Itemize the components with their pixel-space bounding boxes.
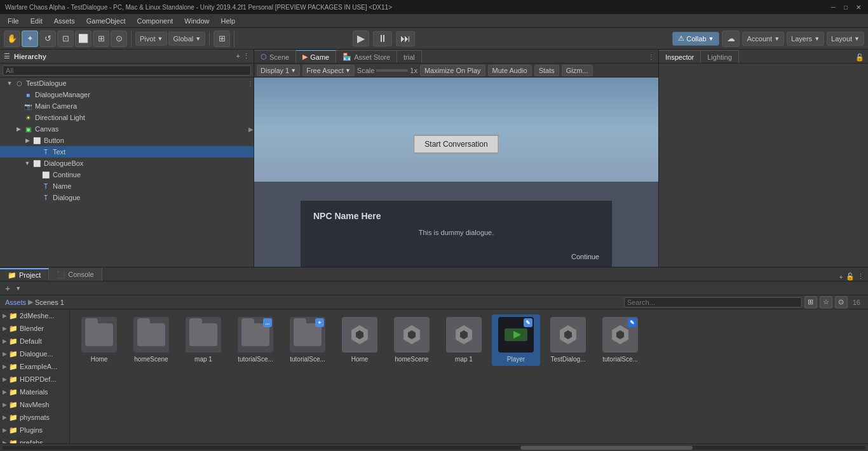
tab-game[interactable]: ▶ Game xyxy=(296,50,336,63)
menu-assets[interactable]: Assets xyxy=(49,16,80,26)
rect-tool[interactable]: ⬜ xyxy=(75,30,92,47)
file-tutscene1-folder[interactable]: ... tutorialSce... xyxy=(231,314,280,366)
folder-dialogue[interactable]: ▶ 📁 Dialogue... xyxy=(0,347,69,360)
layout-dropdown[interactable]: Layout ▼ xyxy=(827,32,864,46)
rotate-tool[interactable]: ↺ xyxy=(39,30,56,47)
breadcrumb-assets[interactable]: Assets xyxy=(5,299,26,306)
tab-asset-store[interactable]: 🏪 Asset Store xyxy=(336,50,397,63)
bottom-add-icon[interactable]: + xyxy=(839,273,843,281)
tab-more-icon[interactable]: ⋮ xyxy=(644,52,658,63)
maximize-btn[interactable]: Maximize On Play xyxy=(420,65,485,76)
collab-button[interactable]: ⚠ Collab ▼ xyxy=(672,32,719,46)
proj-filter-btn[interactable]: ☆ xyxy=(820,296,832,309)
layers-dropdown[interactable]: Layers ▼ xyxy=(787,32,824,46)
folder-physmats[interactable]: ▶ 📁 physmats xyxy=(0,411,69,424)
folder-materials[interactable]: ▶ 📁 Materials xyxy=(0,386,69,398)
hier-item-dialogue[interactable]: T Dialogue xyxy=(0,192,254,203)
hier-item-canvas[interactable]: ▶ ▣ Canvas ▶ xyxy=(0,123,254,135)
hier-item-button[interactable]: ▶ ⬜ Button xyxy=(0,135,254,146)
display-dropdown[interactable]: Display 1 ▼ xyxy=(257,65,300,76)
folder-navmesh[interactable]: ▶ 📁 NavMesh xyxy=(0,398,69,411)
bottom-more-icon[interactable]: ⋮ xyxy=(857,273,864,281)
file-map1-unity[interactable]: map 1 xyxy=(440,314,488,366)
cloud-button[interactable]: ☁ xyxy=(722,30,740,47)
bottom-lock-icon[interactable]: 🔓 xyxy=(846,273,855,281)
maximize-button[interactable]: □ xyxy=(841,3,850,11)
move-tool[interactable]: ✦ xyxy=(22,30,38,47)
folder-prefabs[interactable]: ▶ 📁 prefabs xyxy=(0,436,69,443)
scale-tool[interactable]: ⊡ xyxy=(57,30,74,47)
gizmos-btn[interactable]: Gizm... xyxy=(562,65,593,76)
file-tutscene2-folder[interactable]: + tutorialSce... xyxy=(283,314,332,366)
file-testdialog-unity[interactable]: TestDialog... xyxy=(544,314,592,366)
tab-project[interactable]: 📁 Project xyxy=(0,268,49,281)
mute-btn[interactable]: Mute Audio xyxy=(488,65,532,76)
hierarchy-more-icon[interactable]: ⋮ xyxy=(243,52,250,60)
pivot-dropdown[interactable]: Pivot ▼ xyxy=(135,32,167,46)
hierarchy-search-input[interactable] xyxy=(3,65,251,76)
dialogue-continue-btn[interactable]: Continue xyxy=(571,253,599,260)
file-home-folder[interactable]: Home xyxy=(75,314,123,366)
global-dropdown[interactable]: Global ▼ xyxy=(168,32,205,46)
stats-btn[interactable]: Stats xyxy=(534,65,559,76)
player-label: Player xyxy=(507,355,525,363)
scrollbar-thumb[interactable] xyxy=(520,446,693,450)
multi-tool[interactable]: ⊞ xyxy=(93,30,109,47)
hand-tool[interactable]: ✋ xyxy=(4,30,20,47)
tab-inspector[interactable]: Inspector xyxy=(659,50,701,63)
console-tab-icon: ⬛ xyxy=(57,271,65,279)
hier-item-name[interactable]: T Name xyxy=(0,180,254,192)
hier-item-directionallight[interactable]: ☀ Directional Light xyxy=(0,112,254,123)
project-search-input[interactable] xyxy=(624,297,802,307)
hierarchy-add-icon[interactable]: + xyxy=(236,52,240,60)
folder-hdrp[interactable]: ▶ 📁 HDRPDef... xyxy=(0,373,69,386)
hier-item-text[interactable]: T Text xyxy=(0,146,254,158)
start-conversation-button[interactable]: Start Conversation xyxy=(413,135,499,154)
close-button[interactable]: ✕ xyxy=(854,3,863,11)
file-player[interactable]: ✎ Player xyxy=(492,314,540,366)
home-folder-icon xyxy=(81,317,117,353)
menu-window[interactable]: Window xyxy=(179,16,214,26)
file-map1-folder[interactable]: map 1 xyxy=(179,314,227,366)
folder-example[interactable]: ▶ 📁 ExampleA... xyxy=(0,360,69,373)
file-tutscene-unity[interactable]: ✎ tutorialSce... xyxy=(596,314,644,366)
file-homescene-folder[interactable]: homeScene xyxy=(127,314,175,366)
breadcrumb-scenes[interactable]: Scenes 1 xyxy=(35,299,64,306)
play-button[interactable]: ▶ xyxy=(353,30,369,46)
project-add-arrow[interactable]: ▼ xyxy=(15,285,21,292)
project-add-button[interactable]: + xyxy=(5,283,10,293)
custom-tool[interactable]: ⊙ xyxy=(111,30,127,47)
proj-fav-btn[interactable]: ⊙ xyxy=(835,296,848,309)
menu-file[interactable]: File xyxy=(3,16,24,26)
scale-slider[interactable] xyxy=(376,69,408,72)
tab-console[interactable]: ⬛ Console xyxy=(49,268,102,281)
menu-component[interactable]: Component xyxy=(132,16,178,26)
aspect-dropdown[interactable]: Free Aspect ▼ xyxy=(302,65,355,76)
menu-gameobject[interactable]: GameObject xyxy=(81,16,131,26)
menu-help[interactable]: Help xyxy=(215,16,240,26)
file-homescene-unity[interactable]: homeScene xyxy=(388,314,436,366)
inspector-lock-button[interactable]: 🔓 xyxy=(851,52,868,63)
account-dropdown[interactable]: Account ▼ xyxy=(742,32,784,46)
step-button[interactable]: ⏭ xyxy=(396,31,415,46)
folder-default[interactable]: ▶ 📁 Default xyxy=(0,335,69,347)
file-home-unity[interactable]: Home xyxy=(336,314,384,366)
hierarchy-icons: + ⋮ xyxy=(236,52,250,60)
hier-item-continue[interactable]: ⬜ Continue xyxy=(0,169,254,180)
folder-blender[interactable]: ▶ 📁 Blender xyxy=(0,322,69,335)
scale-label: Scale xyxy=(357,67,375,74)
tab-lighting[interactable]: Lighting xyxy=(701,50,739,63)
hier-item-maincamera[interactable]: 📷 Main Camera xyxy=(0,100,254,112)
snap-btn[interactable]: ⊞ xyxy=(214,30,230,47)
minimize-button[interactable]: ─ xyxy=(829,3,837,11)
tab-scene[interactable]: ⬡ Scene xyxy=(254,50,296,63)
hier-item-testdialogue[interactable]: ▼ ⬡ TestDialogue ⋮ xyxy=(0,77,254,89)
folder-plugins[interactable]: ▶ 📁 Plugins xyxy=(0,424,69,436)
folder-2dmeshe[interactable]: ▶ 📁 2dMeshe... xyxy=(0,309,69,322)
tab-trial[interactable]: trial xyxy=(397,50,422,63)
proj-view-btn[interactable]: ⊞ xyxy=(804,296,817,309)
hier-item-dialoguebox[interactable]: ▼ ⬜ DialogueBox xyxy=(0,158,254,169)
pause-button[interactable]: ⏸ xyxy=(373,31,392,46)
menu-edit[interactable]: Edit xyxy=(25,16,48,26)
hier-item-dialoguemanager[interactable]: ■ DialogueManager xyxy=(0,89,254,100)
